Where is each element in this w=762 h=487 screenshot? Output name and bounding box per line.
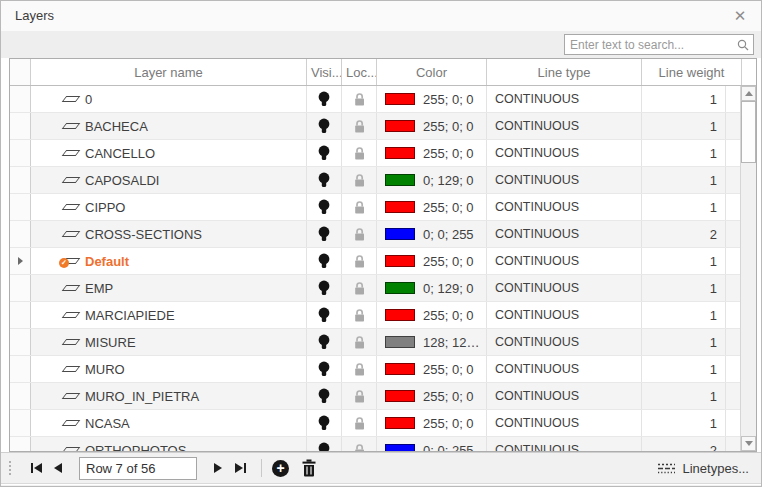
visibility-cell[interactable] [307,167,342,193]
line-type-cell[interactable]: CONTINUOUS [487,302,642,328]
layer-name-cell[interactable]: ✓ 0 [31,86,307,112]
line-type-cell[interactable]: CONTINUOUS [487,140,642,166]
lock-cell[interactable] [342,194,377,220]
line-weight-cell[interactable]: 1 [642,383,726,409]
scroll-down-icon[interactable] [741,436,756,451]
lock-cell[interactable] [342,275,377,301]
layer-name-cell[interactable]: ✓ CANCELLO [31,140,307,166]
line-weight-cell[interactable]: 1 [642,248,726,274]
toolbar-grip-icon[interactable] [9,461,11,475]
line-weight-cell[interactable]: 1 [642,275,726,301]
layer-name-cell[interactable]: ✓ MURO [31,356,307,382]
lock-icon[interactable] [353,227,366,242]
color-swatch[interactable] [385,255,415,267]
lock-icon[interactable] [353,335,366,350]
header-layer-name[interactable]: Layer name [31,59,307,85]
bulb-on-icon[interactable] [318,307,330,324]
first-row-button[interactable] [25,457,47,479]
table-row[interactable]: ✓ CROSS-SECTIONS 0; 0; 255 CONTINUOUS 2 [10,221,740,248]
bulb-on-icon[interactable] [318,253,330,270]
table-row[interactable]: ✓ EMP 0; 129; 0 CONTINUOUS 1 [10,275,740,302]
color-cell[interactable]: 255; 0; 0 [377,302,487,328]
color-cell[interactable]: 255; 0; 0 [377,248,487,274]
visibility-cell[interactable] [307,221,342,247]
bulb-on-icon[interactable] [318,361,330,378]
layer-name-cell[interactable]: ✓ BACHECA [31,113,307,139]
color-swatch[interactable] [385,444,415,451]
line-type-cell[interactable]: CONTINUOUS [487,248,642,274]
lock-cell[interactable] [342,140,377,166]
lock-icon[interactable] [353,173,366,188]
line-weight-cell[interactable]: 2 [642,221,726,247]
table-row[interactable]: ✓ NCASA 255; 0; 0 CONTINUOUS 1 [10,410,740,437]
line-weight-cell[interactable]: 1 [642,302,726,328]
visibility-cell[interactable] [307,383,342,409]
previous-row-button[interactable] [47,457,69,479]
line-weight-cell[interactable]: 1 [642,86,726,112]
layer-name-cell[interactable]: ✓ EMP [31,275,307,301]
lock-icon[interactable] [353,416,366,431]
line-type-cell[interactable]: CONTINUOUS [487,167,642,193]
line-type-cell[interactable]: CONTINUOUS [487,356,642,382]
line-type-cell[interactable]: CONTINUOUS [487,275,642,301]
lock-icon[interactable] [353,443,366,452]
bulb-on-icon[interactable] [318,172,330,189]
lock-icon[interactable] [353,146,366,161]
color-swatch[interactable] [385,174,415,186]
lock-cell[interactable] [342,86,377,112]
line-type-cell[interactable]: CONTINUOUS [487,194,642,220]
bulb-on-icon[interactable] [318,91,330,108]
search-box[interactable] [564,34,754,55]
last-row-button[interactable] [229,457,251,479]
bulb-on-icon[interactable] [318,334,330,351]
color-cell[interactable]: 255; 0; 0 [377,194,487,220]
table-row[interactable]: ✓ MURO_IN_PIETRA 255; 0; 0 CONTINUOUS 1 [10,383,740,410]
line-type-cell[interactable]: CONTINUOUS [487,86,642,112]
scroll-up-icon[interactable] [741,86,756,101]
table-row[interactable]: ✓ MISURE 128; 128; 1... CONTINUOUS 1 [10,329,740,356]
line-type-cell[interactable]: CONTINUOUS [487,113,642,139]
visibility-cell[interactable] [307,86,342,112]
bulb-on-icon[interactable] [318,118,330,135]
vertical-scrollbar[interactable] [740,86,756,451]
search-input[interactable] [565,38,736,52]
color-cell[interactable]: 255; 0; 0 [377,356,487,382]
line-type-cell[interactable]: CONTINUOUS [487,221,642,247]
color-cell[interactable]: 0; 0; 255 [377,437,487,451]
visibility-cell[interactable] [307,140,342,166]
line-weight-cell[interactable]: 1 [642,113,726,139]
close-icon[interactable]: ✕ [729,5,751,27]
lock-cell[interactable] [342,248,377,274]
bulb-on-icon[interactable] [318,226,330,243]
color-swatch[interactable] [385,336,415,348]
line-type-cell[interactable]: CONTINUOUS [487,329,642,355]
bulb-on-icon[interactable] [318,388,330,405]
header-color[interactable]: Color [377,59,487,85]
color-swatch[interactable] [385,363,415,375]
table-row[interactable]: ✓ CAPOSALDI 0; 129; 0 CONTINUOUS 1 [10,167,740,194]
lock-cell[interactable] [342,383,377,409]
add-layer-button[interactable]: + [272,460,289,477]
header-locked[interactable]: Loc... [342,59,377,85]
line-weight-cell[interactable]: 1 [642,410,726,436]
lock-cell[interactable] [342,356,377,382]
visibility-cell[interactable] [307,113,342,139]
layer-name-cell[interactable]: ✓ NCASA [31,410,307,436]
color-swatch[interactable] [385,120,415,132]
line-weight-cell[interactable]: 1 [642,167,726,193]
header-visible[interactable]: Visi... [307,59,342,85]
color-swatch[interactable] [385,147,415,159]
layer-name-cell[interactable]: ✓ MURO_IN_PIETRA [31,383,307,409]
scrollbar-thumb[interactable] [741,101,756,163]
bulb-on-icon[interactable] [318,199,330,216]
layer-name-cell[interactable]: ✓ MARCIAPIEDE [31,302,307,328]
color-cell[interactable]: 255; 0; 0 [377,113,487,139]
visibility-cell[interactable] [307,248,342,274]
linetypes-button[interactable]: Linetypes... [653,458,754,479]
lock-icon[interactable] [353,308,366,323]
bulb-on-icon[interactable] [318,145,330,162]
visibility-cell[interactable] [307,302,342,328]
lock-cell[interactable] [342,221,377,247]
visibility-cell[interactable] [307,356,342,382]
color-swatch[interactable] [385,417,415,429]
